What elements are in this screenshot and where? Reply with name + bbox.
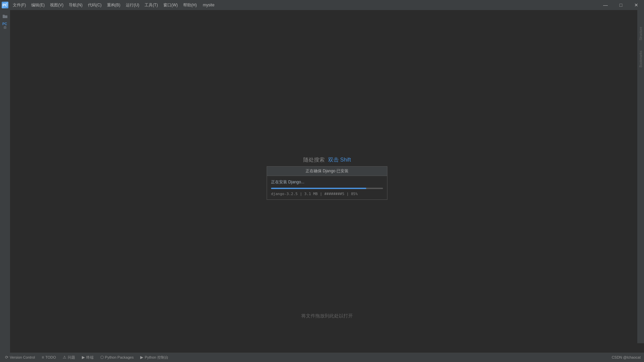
status-bar-right: CSDN @lchaocat <box>612 353 644 362</box>
tab-version-control[interactable]: ⟳ Version Control <box>2 353 38 362</box>
csdn-label: CSDN @lchaocat <box>612 355 641 359</box>
window-controls: — □ ✕ <box>598 0 644 10</box>
project-name: mysite <box>203 3 215 7</box>
install-dialog-header: 正在确保 Django 已安装 <box>267 167 387 176</box>
status-bar-left: ⟳ Version Control ≡ TODO ⚠ 问题 ▶ 终端 ⬡ Pyt… <box>0 353 612 362</box>
install-status-text: 正在安装 Django... <box>271 179 383 185</box>
install-progress-bar-container <box>271 188 383 189</box>
terminal-icon: ▶ <box>82 355 85 360</box>
install-progress-bar <box>271 188 366 189</box>
svg-rect-2 <box>4 27 6 28</box>
tab-todo[interactable]: ≡ TODO <box>38 353 59 362</box>
maximize-button[interactable]: □ <box>613 0 629 10</box>
logo-text: PC <box>2 3 7 7</box>
version-control-label: Version Control <box>10 355 35 359</box>
search-shortcut[interactable]: 双击 Shift <box>328 157 351 164</box>
tab-terminal[interactable]: ▶ 终端 <box>78 353 97 362</box>
menu-file[interactable]: 文件(F) <box>10 0 29 10</box>
problems-icon: ⚠ <box>63 355 66 360</box>
menu-window[interactable]: 窗口(W) <box>161 0 180 10</box>
title-bar: PC 文件(F) 编辑(E) 视图(V) 导航(N) 代码(C) 重构(B) 运… <box>0 0 644 10</box>
terminal-label: 终端 <box>86 355 94 360</box>
menu-view[interactable]: 视图(V) <box>47 0 66 10</box>
tab-python-packages[interactable]: ⬡ Python Packages <box>97 353 137 362</box>
install-dialog: 正在确保 Django 已安装 正在安装 Django... django-3.… <box>267 166 387 200</box>
app-logo-icon: PC <box>2 2 8 8</box>
tab-problems[interactable]: ⚠ 问题 <box>59 353 78 362</box>
close-button[interactable]: ✕ <box>629 0 644 10</box>
right-sidebar: Structure Bookmarks <box>637 10 644 343</box>
menu-navigate[interactable]: 导航(N) <box>66 0 85 10</box>
left-sidebar <box>0 10 10 353</box>
problems-label: 问题 <box>68 355 75 360</box>
menu-bar: 文件(F) 编辑(E) 视图(V) 导航(N) 代码(C) 重构(B) 运行(U… <box>10 0 598 10</box>
python-console-label: Python 控制台 <box>145 355 168 360</box>
menu-tools[interactable]: 工具(T) <box>142 0 160 10</box>
python-console-icon: ▶ <box>140 355 143 360</box>
python-packages-label: Python Packages <box>105 355 134 359</box>
version-control-icon: ⟳ <box>5 355 8 360</box>
menu-help[interactable]: 帮助(H) <box>180 0 200 10</box>
menu-edit[interactable]: 编辑(E) <box>29 0 47 10</box>
bookmarks-label[interactable]: Bookmarks <box>639 51 643 67</box>
install-dialog-body: 正在安装 Django... django-3.2.5 | 3.1 MB | #… <box>267 176 387 199</box>
center-content: 随处搜索 双击 Shift 项目视图 Alt+1 转到文件 Ctrl+Shift… <box>10 10 644 353</box>
sidebar-folder-icon[interactable] <box>0 12 10 21</box>
app-logo: PC <box>0 0 10 10</box>
minimize-button[interactable]: — <box>598 0 613 10</box>
welcome-row-search: 随处搜索 双击 Shift <box>303 157 351 164</box>
install-detail-text: django-3.2.5 | 3.1 MB | ########5 | 85% <box>271 192 383 196</box>
main-layout: PC 随处搜索 双击 Shift 项目视图 Alt+1 转到文件 Ctrl+Sh… <box>0 10 644 353</box>
menu-code[interactable]: 代码(C) <box>85 0 104 10</box>
structure-label[interactable]: Structure <box>639 27 643 41</box>
menu-run[interactable]: 运行(U) <box>123 0 142 10</box>
drop-zone-text: 将文件拖放到此处以打开 <box>301 313 353 319</box>
pc-badge: PC <box>2 22 8 26</box>
todo-icon: ≡ <box>42 355 44 360</box>
status-bar: ⟳ Version Control ≡ TODO ⚠ 问题 ▶ 终端 ⬡ Pyt… <box>0 353 644 362</box>
python-packages-icon: ⬡ <box>100 355 104 360</box>
search-label: 随处搜索 <box>303 157 325 164</box>
install-header-text: 正在确保 Django 已安装 <box>306 168 349 174</box>
menu-refactor[interactable]: 重构(B) <box>104 0 123 10</box>
todo-label: TODO <box>45 355 56 359</box>
tab-python-console[interactable]: ▶ Python 控制台 <box>137 353 171 362</box>
